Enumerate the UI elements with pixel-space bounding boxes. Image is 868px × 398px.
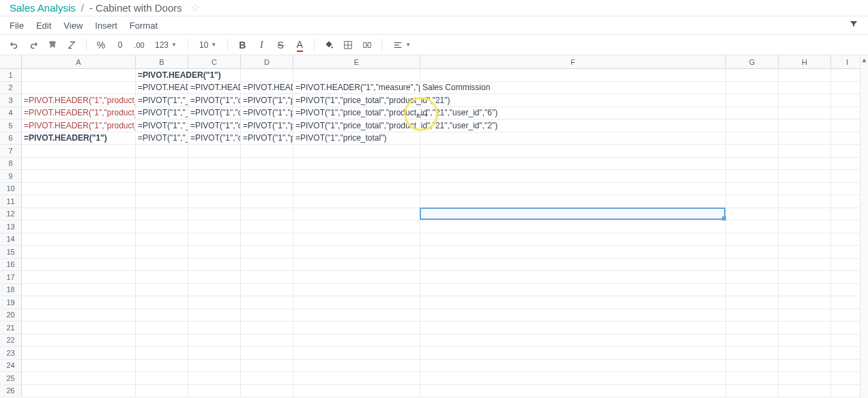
- cell-D20[interactable]: [241, 309, 293, 322]
- column-header-A[interactable]: A: [22, 55, 136, 68]
- cell-I9[interactable]: [831, 170, 864, 183]
- cell-H9[interactable]: [779, 170, 831, 183]
- cell-B1[interactable]: =PIVOT.HEADER("1"): [136, 69, 188, 82]
- cell-D5[interactable]: =PIVOT("1","price: [241, 119, 293, 132]
- cell-H21[interactable]: [779, 322, 831, 335]
- cell-H26[interactable]: [779, 385, 831, 398]
- cell-B18[interactable]: [136, 284, 188, 297]
- cell-C14[interactable]: [188, 233, 241, 246]
- cell-A8[interactable]: [22, 158, 136, 171]
- row-header-26[interactable]: 26: [0, 385, 22, 398]
- cell-A26[interactable]: [22, 385, 136, 398]
- cell-F21[interactable]: [420, 322, 726, 335]
- cell-E24[interactable]: [293, 360, 420, 373]
- cell-D9[interactable]: [241, 170, 293, 183]
- cell-I6[interactable]: [831, 132, 864, 145]
- cell-E11[interactable]: [293, 195, 420, 208]
- cell-C17[interactable]: [188, 271, 241, 284]
- cell-F6[interactable]: [420, 132, 726, 145]
- cell-I11[interactable]: [831, 195, 864, 208]
- strikethrough-button[interactable]: S: [273, 38, 288, 53]
- cell-I24[interactable]: [831, 360, 864, 373]
- cell-H19[interactable]: [779, 296, 831, 309]
- redo-icon[interactable]: [26, 38, 41, 53]
- cell-I10[interactable]: [831, 183, 864, 196]
- cell-G14[interactable]: [726, 233, 779, 246]
- cell-E16[interactable]: [293, 259, 420, 272]
- row-header-22[interactable]: 22: [0, 335, 22, 347]
- cell-A12[interactable]: [22, 208, 136, 221]
- cell-D15[interactable]: [241, 246, 293, 259]
- cell-G17[interactable]: [726, 271, 779, 284]
- row-header-24[interactable]: 24: [0, 360, 22, 373]
- row-header-1[interactable]: 1: [0, 69, 22, 82]
- cell-D10[interactable]: [241, 183, 293, 196]
- cell-F15[interactable]: [420, 246, 726, 259]
- cell-B2[interactable]: =PIVOT.HEADER: [136, 82, 188, 95]
- cell-E20[interactable]: [293, 309, 420, 322]
- cell-A22[interactable]: [22, 335, 136, 347]
- cell-I16[interactable]: [831, 259, 864, 272]
- cell-H2[interactable]: [779, 82, 831, 95]
- cell-E2[interactable]: =PIVOT.HEADER("1","measure","price_to: [293, 82, 420, 95]
- cell-G2[interactable]: [726, 82, 779, 95]
- cell-I8[interactable]: [831, 158, 864, 171]
- cell-B16[interactable]: [136, 259, 188, 272]
- cell-F7[interactable]: [420, 145, 726, 158]
- cell-E14[interactable]: [293, 233, 420, 246]
- vertical-scrollbar[interactable]: ▲: [860, 55, 868, 398]
- cell-B22[interactable]: [136, 335, 188, 347]
- cell-B14[interactable]: [136, 233, 188, 246]
- cell-F3[interactable]: [420, 94, 726, 107]
- cell-A6[interactable]: =PIVOT.HEADER("1"): [22, 132, 136, 145]
- cell-A19[interactable]: [22, 296, 136, 309]
- row-header-17[interactable]: 17: [0, 271, 22, 284]
- row-header-10[interactable]: 10: [0, 183, 22, 196]
- cell-E21[interactable]: [293, 322, 420, 335]
- row-header-19[interactable]: 19: [0, 296, 22, 309]
- cell-B23[interactable]: [136, 347, 188, 360]
- cell-E19[interactable]: [293, 296, 420, 309]
- cell-F10[interactable]: [420, 183, 726, 196]
- cell-G4[interactable]: [726, 107, 779, 120]
- cell-A15[interactable]: [22, 246, 136, 259]
- cell-G24[interactable]: [726, 360, 779, 373]
- cell-B5[interactable]: =PIVOT("1","__co: [136, 119, 188, 132]
- cell-H18[interactable]: [779, 284, 831, 297]
- cell-H17[interactable]: [779, 271, 831, 284]
- row-header-4[interactable]: 4: [0, 107, 22, 120]
- cell-C24[interactable]: [188, 360, 241, 373]
- text-color-button[interactable]: A: [292, 38, 307, 53]
- column-header-E[interactable]: E: [293, 55, 420, 68]
- cell-D19[interactable]: [241, 296, 293, 309]
- column-header-G[interactable]: G: [726, 55, 779, 68]
- cell-A7[interactable]: [22, 145, 136, 158]
- column-header-D[interactable]: D: [241, 55, 293, 68]
- percent-format-button[interactable]: %: [93, 38, 108, 53]
- cell-H7[interactable]: [779, 145, 831, 158]
- cell-H14[interactable]: [779, 233, 831, 246]
- cell-E1[interactable]: [293, 69, 420, 82]
- merge-cells-icon[interactable]: [360, 38, 375, 53]
- cell-C3[interactable]: =PIVOT("1","orde: [188, 94, 241, 107]
- cell-H8[interactable]: [779, 158, 831, 171]
- cell-F19[interactable]: [420, 296, 726, 309]
- cell-E18[interactable]: [293, 284, 420, 297]
- cell-F23[interactable]: [420, 347, 726, 360]
- cell-H11[interactable]: [779, 195, 831, 208]
- cell-D25[interactable]: [241, 372, 293, 385]
- cell-C20[interactable]: [188, 309, 241, 322]
- cell-D17[interactable]: [241, 271, 293, 284]
- filter-icon[interactable]: [849, 19, 858, 31]
- cells-area[interactable]: =PIVOT.HEADER("1")=PIVOT.HEADER=PIVOT.HE…: [22, 69, 868, 397]
- select-all-corner[interactable]: [0, 55, 22, 68]
- column-header-H[interactable]: H: [779, 55, 831, 68]
- cell-B19[interactable]: [136, 296, 188, 309]
- cell-C16[interactable]: [188, 259, 241, 272]
- cell-B6[interactable]: =PIVOT("1","__co: [136, 132, 188, 145]
- cell-F17[interactable]: [420, 271, 726, 284]
- column-header-C[interactable]: C: [188, 55, 241, 68]
- cell-C11[interactable]: [188, 195, 241, 208]
- cell-I13[interactable]: [831, 221, 864, 233]
- cell-C7[interactable]: [188, 145, 241, 158]
